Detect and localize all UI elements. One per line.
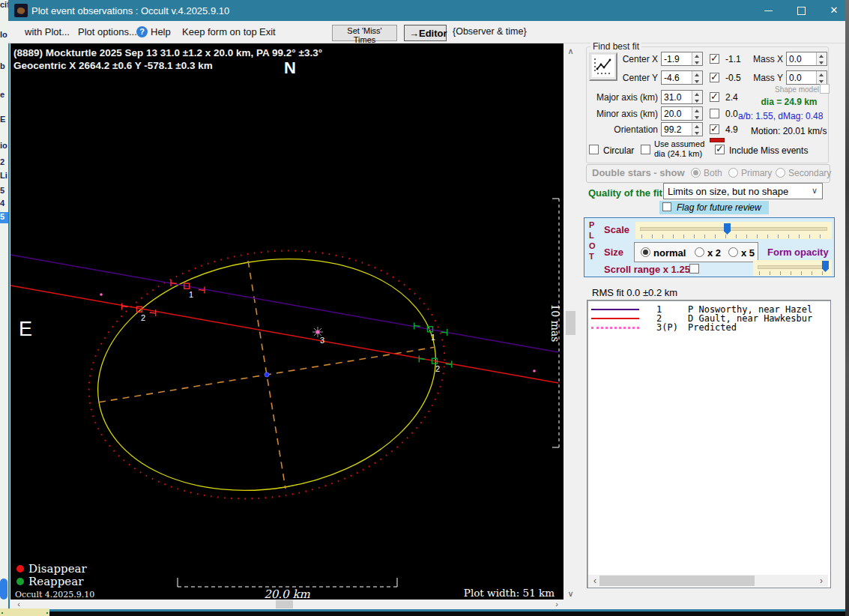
hscroll-thumb[interactable]: [276, 600, 293, 609]
menu-with-plot[interactable]: with Plot...: [25, 26, 70, 37]
center-y-spinner[interactable]: -4.6: [661, 70, 703, 85]
minor-fit-checkbox[interactable]: [710, 109, 719, 118]
scale-slider[interactable]: [635, 222, 832, 239]
orientation-spinner[interactable]: 99.2: [661, 122, 703, 136]
motion-label: Motion: 20.01 km/s: [751, 126, 829, 136]
flag-review-label: Flag for future review: [677, 202, 761, 213]
double-both-label: Both: [704, 168, 722, 178]
desktop-sliver: [845, 0, 849, 616]
size-normal-label: normal: [653, 247, 686, 259]
minor-axis-spinner[interactable]: 20.0: [661, 106, 703, 121]
scroll-left-icon[interactable]: ‹: [590, 576, 600, 587]
minimize-button[interactable]: [752, 0, 785, 21]
observation-row[interactable]: 3(P) Predicted: [587, 322, 830, 332]
quality-combo[interactable]: Limits on size, but no shape ∨: [663, 183, 823, 199]
form-opacity-thumb[interactable]: [822, 261, 829, 272]
scroll-right-icon[interactable]: ›: [816, 576, 827, 587]
scroll-range-checkbox[interactable]: [689, 264, 699, 274]
strip-fragment: cif: [0, 0, 8, 9]
double-secondary-radio[interactable]: [776, 168, 785, 178]
help-icon[interactable]: ?: [136, 26, 148, 37]
menu-exit[interactable]: Exit: [259, 26, 276, 37]
menu-plot-options[interactable]: Plot options...: [78, 26, 137, 37]
double-primary-label: Primary: [741, 168, 772, 178]
major-fit-checkbox[interactable]: [710, 92, 719, 102]
shape-model-label: Shape model: [775, 85, 819, 94]
scroll-up-icon[interactable]: ∧: [564, 46, 577, 56]
double-both-radio[interactable]: [691, 168, 701, 178]
double-secondary-label: Secondary: [788, 168, 831, 178]
reappear-legend-icon: [16, 578, 24, 585]
strip-fragment-selected: 5: [0, 212, 8, 223]
chord-swatch: [591, 309, 639, 310]
shape-model-box[interactable]: [820, 84, 830, 94]
observation-name: Predicted: [688, 322, 737, 333]
major-axis-label: Major axis (km): [586, 92, 658, 103]
assumed-dia-checkbox[interactable]: [641, 145, 650, 154]
flag-review-checkbox[interactable]: [662, 202, 671, 211]
center-y-fit-checkbox[interactable]: [710, 73, 719, 82]
assumed-dia-label-1: Use assumed: [654, 139, 704, 148]
background-window-strip: cif lo b e E io 2 Li 5 4 5: [0, 0, 10, 616]
strip-fragment: e: [0, 90, 8, 99]
plot-vscrollbar[interactable]: ∧ ∨: [564, 43, 577, 600]
include-miss-checkbox[interactable]: [715, 145, 725, 154]
plot-letter: T: [589, 252, 594, 261]
orientation-fit-value: 4.9: [725, 124, 738, 135]
form-opacity-slider[interactable]: [753, 260, 832, 276]
size-normal-radio[interactable]: [641, 247, 650, 257]
background-window-corner: [0, 609, 49, 616]
marker-label: 1: [189, 290, 193, 299]
mass-y-label: Mass Y: [752, 73, 783, 83]
size-x2-radio[interactable]: [695, 247, 704, 257]
strip-fragment: 4: [0, 199, 8, 208]
center-x-fit-checkbox[interactable]: [710, 54, 719, 64]
app-icon: [14, 4, 28, 17]
hscale-label: 20.0 km: [264, 588, 310, 600]
plot-hscrollbar[interactable]: ‹ ›: [10, 600, 564, 609]
rms-label: RMS fit 0.0 ±0.2 km: [592, 287, 677, 298]
form-opacity-label: Form opacity: [767, 247, 829, 258]
menu-help[interactable]: Help: [151, 26, 171, 37]
screen-bottom-strip: [0, 612, 849, 616]
editor-button[interactable]: →Editor: [404, 25, 447, 41]
minor-axis-label: Minor axis (km): [586, 109, 658, 119]
observation-num: 3(P): [656, 322, 678, 333]
scroll-right-icon[interactable]: ›: [552, 600, 562, 609]
center-x-spinner[interactable]: -1.9: [661, 52, 703, 66]
close-button[interactable]: ✕: [818, 0, 849, 21]
minor-fit-value: 0.0: [725, 109, 738, 119]
strip-fragment: lo: [0, 30, 8, 39]
chord-swatch: [591, 318, 639, 319]
mass-y-spinner[interactable]: 0.0: [786, 70, 827, 85]
find-best-fit-label: Find best fit: [590, 41, 641, 52]
scale-slider-thumb[interactable]: [724, 223, 731, 235]
list-hscroll-thumb[interactable]: [599, 576, 755, 586]
maximize-icon: [797, 7, 806, 15]
list-hscrollbar[interactable]: ‹ ›: [588, 575, 828, 587]
major-fit-value: 2.4: [725, 92, 738, 103]
mass-x-spinner[interactable]: 0.0: [786, 52, 827, 66]
mass-x-label: Mass X: [752, 54, 783, 64]
chevron-down-icon: ∨: [812, 186, 818, 196]
assumed-dia-label-2: dia (24.1 km): [654, 149, 702, 158]
observations-list: 1 P Nosworthy, near Hazel 2 D Gault, nea…: [587, 300, 831, 588]
legend-disappear-label: Disappear: [28, 562, 87, 576]
size-x5-radio[interactable]: [728, 247, 738, 257]
strip-fragment: 2: [0, 157, 8, 166]
vscale-label: 10 mas: [549, 304, 561, 342]
center-y-label: Center Y: [586, 73, 658, 83]
strip-fragment: E: [0, 115, 8, 124]
menu-keep-on-top[interactable]: Keep form on top: [182, 26, 257, 37]
orientation-fit-checkbox[interactable]: [710, 124, 719, 134]
orientation-color-bar: [710, 138, 725, 142]
major-axis-spinner[interactable]: 31.0: [661, 90, 703, 104]
vscroll-thumb[interactable]: [566, 311, 575, 335]
scroll-down-icon[interactable]: ∨: [564, 589, 577, 599]
double-primary-radio[interactable]: [728, 168, 738, 178]
set-miss-times-button[interactable]: Set 'Miss' Times: [332, 25, 397, 41]
marker-label: 2: [435, 364, 440, 373]
circular-checkbox[interactable]: [589, 145, 599, 154]
maximize-button[interactable]: [785, 0, 818, 21]
close-icon: ✕: [830, 4, 839, 16]
